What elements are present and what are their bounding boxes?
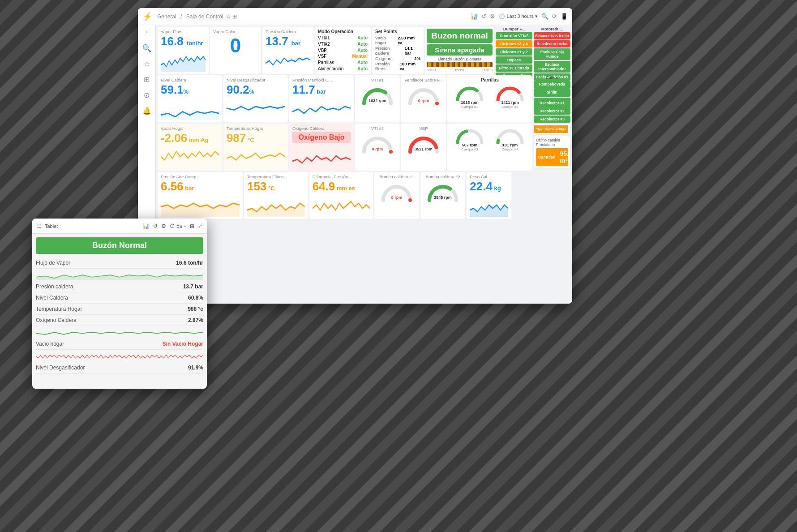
vti1-gauge: 1632 rpm: [360, 83, 395, 106]
card-presion-caldera-title: Presión Caldera: [266, 29, 310, 34]
card-flujo-vapor: Vapor Flov 16.8 ton/hr: [158, 27, 209, 74]
svg-text:0 rpm: 0 rpm: [391, 195, 403, 200]
tablet-zoom-icon[interactable]: ⊞: [190, 223, 194, 229]
svg-marker-7: [247, 203, 305, 217]
tablet-refresh-icon[interactable]: ↺: [153, 223, 158, 229]
peso-cal-title: Peso Cal: [470, 174, 508, 179]
settings-icon[interactable]: ⚙: [490, 13, 495, 20]
refresh-icon[interactable]: ↺: [481, 13, 486, 20]
btn-conexion-vti2[interactable]: Conexión VTI#2: [496, 32, 532, 39]
btn-bypass[interactable]: Bypass: [496, 56, 532, 64]
sidebar-grid-icon[interactable]: ⊞: [144, 75, 150, 84]
vti2-title: VTI #2: [371, 126, 384, 131]
card-parrillas-2: 507 rpm Cuerpo #3 101 rpm Cuerpo #4: [447, 124, 532, 171]
setpoints-title: Set Points: [375, 29, 420, 34]
peso-cal-val: 22.4 kg: [470, 180, 508, 193]
gauge-cuerpo4: [494, 126, 526, 144]
btn-ciclones12[interactable]: Ciclones #1 y 2: [496, 48, 532, 56]
nivel-caldera-val: 59.1%: [161, 83, 219, 96]
card-modo-operacion: Modo Operación VTI#1Auto VTI#2Auto VBPAu…: [315, 27, 371, 74]
sidebar-star-icon[interactable]: ☆: [144, 60, 150, 68]
svg-text:1632 rpm: 1632 rpm: [369, 99, 386, 103]
tablet-icon[interactable]: 📱: [561, 13, 568, 20]
cuerpo4-label: Cuerpo #4: [491, 147, 529, 151]
gauge-cuerpo3: [454, 126, 485, 144]
vacio-hogar-title: Vacio Hogar: [161, 126, 219, 131]
btn-rompeboveda[interactable]: Rompeboveda: [534, 81, 570, 88]
oxigeno-caldera-spark: [292, 143, 351, 168]
sidebar-compass-icon[interactable]: ⊙: [144, 91, 150, 99]
btn-filtro1-entrada[interactable]: Filtro #1 Entrada: [496, 64, 532, 72]
card-vbp: VBP 3521 rpm: [401, 124, 446, 171]
gauge-cuerpo1: [454, 83, 485, 101]
svg-marker-10: [470, 205, 508, 217]
card-vacio-hogar: Vacio Hogar -2.06 mm Ag: [158, 124, 222, 171]
tablet-temperatura-hogar: Temperatura Hogar 988 °c: [36, 304, 203, 315]
cantidad-label: Cantidad: [536, 153, 558, 161]
chart-icon[interactable]: 📊: [471, 13, 478, 20]
sidebar-expand-icon[interactable]: ›: [146, 29, 148, 35]
card-vapor-color-title: Vapor Color: [213, 29, 258, 34]
tablet-oxigeno-spark: [36, 327, 203, 338]
zoom-icon[interactable]: 🔍: [541, 13, 548, 20]
temperatura-hogar-title: Temperatura Hogar: [227, 126, 285, 131]
nivel-desgasificador-spark: [227, 96, 285, 120]
temperatura-hogar-val: 987 °C: [227, 132, 285, 145]
parrilla-cuerpo4: 101 rpm Cuerpo #4: [491, 126, 529, 168]
btn-sacacenizas[interactable]: Sacaсenizas techo: [534, 32, 570, 39]
tablet-flujo-vapor: Flujo de Vapor 16.6 ton/hr: [36, 257, 203, 269]
oxigeno-caldera-title: Oxígeno Caldera: [292, 126, 351, 131]
nivel-desgasificador-val: 90.2%: [227, 83, 285, 96]
btn-recolector2[interactable]: Recolector #2: [534, 107, 570, 115]
tipo-combustible-label: Tipo Combustible: [534, 125, 568, 133]
sync-icon[interactable]: ⟳: [552, 13, 557, 20]
tablet-vacio-hogar: Vacio hogar Sin Vacio Hogar: [36, 339, 203, 350]
vbp-title: VBP: [419, 126, 428, 131]
time-range-selector[interactable]: 🕐 Last 3 hours ▾: [499, 13, 538, 19]
modo-rows: VTI#1Auto VTI#2Auto VBPAuto VSFManual Pa…: [318, 35, 368, 72]
tablet-time-icon[interactable]: ⏱ 5s ▾: [170, 223, 186, 229]
card-temperatura-filtros: Temperatura Filtros 153 °C: [244, 172, 308, 219]
card-presion-aire: Presión Aire Comp... 6.56 bar: [158, 172, 243, 219]
gauge-cuerpo2: [494, 83, 526, 101]
vacio-hogar-val: -2.06 mm Ag: [161, 132, 219, 145]
btn-sinfin[interactable]: Sinfín: [534, 89, 570, 96]
card-presion-caldera-spark: [266, 48, 310, 72]
card-presion-manifold: Presión Manifold C... 11.7 bar: [289, 75, 354, 122]
breadcrumb: General / Sala de Control ☆ ⊞: [156, 13, 237, 20]
sidebar-bell-icon[interactable]: 🔔: [142, 107, 151, 115]
btn-recolector1[interactable]: Recolector #1: [534, 99, 570, 107]
motoredu-section-title: Motoredu...: [534, 27, 570, 31]
presion-manifold-spark: [292, 96, 351, 120]
svg-text:3521 rpm: 3521 rpm: [415, 147, 433, 151]
buzon-normal-banner: Buzon normal: [427, 29, 493, 43]
tablet-menu-icon[interactable]: ☰: [37, 223, 41, 229]
bomba2-title: Bomba caldera #2: [426, 174, 460, 179]
presion-aire-title: Presión Aire Comp...: [161, 174, 240, 179]
ultimo-camion-title: Último camión Prontoform: [536, 138, 568, 147]
btn-esclusa-caja[interactable]: Esclusa Caja Humos: [534, 48, 570, 60]
tablet-presion-caldera: Presión caldera 13.7 bar: [36, 281, 203, 292]
tipo-combustible-value: Chips: [568, 124, 570, 134]
temperatura-hogar-spark: [227, 145, 285, 168]
sidebar-search-icon[interactable]: 🔍: [142, 44, 151, 52]
modo-alimentacion-row: AlimentaciónAuto: [318, 66, 368, 71]
btn-recolector3[interactable]: Recolector #3: [534, 116, 570, 123]
main-titlebar: ⚡ General / Sala de Control ☆ ⊞ 📊 ↺ ⚙ 🕐 …: [138, 8, 572, 25]
tablet-chart-icon[interactable]: 📊: [143, 223, 150, 229]
temperatura-filtros-spark: [247, 193, 305, 217]
temperatura-filtros-val: 153 °C: [247, 180, 305, 193]
card-vapor-color-val: 0: [213, 35, 258, 56]
vti2-gauge: 0 rpm: [360, 132, 395, 154]
btn-recolector-techo[interactable]: Recolector techo: [534, 40, 570, 47]
tablet-settings-icon[interactable]: ⚙: [161, 223, 166, 229]
btn-esclusa-intercambiador[interactable]: Esclusa Intercambiador: [534, 61, 570, 73]
card-bomba1: Bomba caldera #1 0 rpm: [374, 172, 419, 219]
main-content-rebuilt: Vapor Flov 16.8 ton/hr Vapor Color 0 Pre…: [156, 25, 572, 304]
cantidad-value: 95.0 m³: [558, 148, 568, 166]
ventilador-title: Ventilador Sobre F...: [404, 77, 443, 82]
tablet-expand-icon[interactable]: ⤢: [198, 223, 202, 229]
btn-ciclones34[interactable]: Ciclones #3 y 4: [496, 40, 532, 47]
tablet-body: Buzón Normal Flujo de Vapor 16.6 ton/hr …: [32, 234, 207, 389]
diferencial-presion-spark: [313, 193, 370, 217]
